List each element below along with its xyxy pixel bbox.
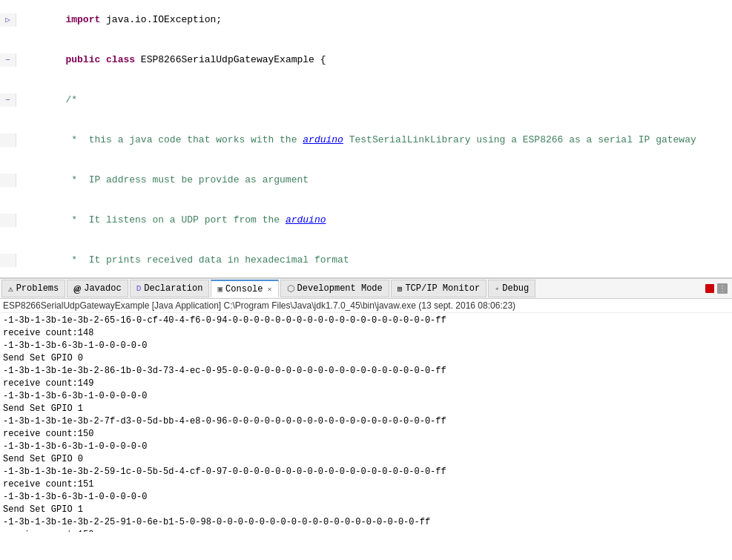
tab-tcpip-label: TCP/IP Monitor <box>405 283 480 294</box>
code-line: − public class ESP8266SerialUdpGatewayEx… <box>0 40 732 80</box>
tab-debug-label: Debug <box>502 283 529 294</box>
console-area: ESP8266SerialUdpGatewayExample [Java App… <box>0 299 732 536</box>
tab-console-label: Console <box>225 284 263 294</box>
gutter: ▷ <box>0 13 16 27</box>
tab-devmode[interactable]: ⬡ Development Mode <box>280 280 389 297</box>
line-content: * this a java code that works with the a… <box>16 120 732 160</box>
view-menu-icon[interactable]: ⋮ <box>717 283 728 294</box>
tab-javadoc[interactable]: @ Javadoc <box>67 280 128 297</box>
code-line: * It prints received data in hexadecimal… <box>0 240 732 278</box>
code-line: * It listens on a UDP port from the ardu… <box>0 200 732 240</box>
gutter <box>0 254 16 267</box>
gutter <box>0 174 16 187</box>
tab-declaration-label: Declaration <box>144 283 202 294</box>
line-content: * IP address must be provide as argument <box>16 160 732 200</box>
gutter <box>0 214 16 227</box>
console-title: ESP8266SerialUdpGatewayExample [Java App… <box>0 299 732 313</box>
code-line: * this a java code that works with the a… <box>0 120 732 160</box>
right-icons: ⋮ <box>705 283 728 294</box>
code-line: * IP address must be provide as argument <box>0 160 732 200</box>
devmode-icon: ⬡ <box>287 283 294 294</box>
code-lines: ▷ import java.io.IOException; − public c… <box>0 0 732 278</box>
gutter-collapse[interactable]: − <box>0 93 16 107</box>
stop-icon[interactable] <box>705 284 714 293</box>
line-content: * It listens on a UDP port from the ardu… <box>16 200 732 240</box>
tcpip-icon: ⊞ <box>398 284 403 294</box>
code-line: − /* <box>0 80 732 120</box>
tab-javadoc-label: Javadoc <box>84 283 121 294</box>
declaration-icon: D <box>136 284 142 293</box>
line-content: * It prints received data in hexadecimal… <box>16 240 732 278</box>
console-icon: ▣ <box>217 284 222 294</box>
expand-icon: ▷ <box>5 13 10 27</box>
tab-devmode-label: Development Mode <box>297 283 383 294</box>
tab-bar: ⚠ Problems @ Javadoc D Declaration ▣ Con… <box>0 278 732 299</box>
tab-debug[interactable]: ✦ Debug <box>488 280 535 297</box>
code-line: ▷ import java.io.IOException; <box>0 0 732 40</box>
debug-icon: ✦ <box>495 284 499 293</box>
tab-declaration[interactable]: D Declaration <box>130 280 210 297</box>
line-content: public class ESP8266SerialUdpGatewayExam… <box>16 40 732 80</box>
console-output: -1-3b-1-3b-1e-3b-2-65-16-0-cf-40-4-f6-0-… <box>0 313 732 532</box>
tab-console[interactable]: ▣ Console ✕ <box>211 280 278 297</box>
console-close-icon[interactable]: ✕ <box>268 285 272 294</box>
code-editor: ▷ import java.io.IOException; − public c… <box>0 0 732 278</box>
gutter <box>0 134 16 147</box>
tab-problems-label: Problems <box>16 283 59 294</box>
problems-icon: ⚠ <box>8 284 13 294</box>
line-content: /* <box>16 80 732 120</box>
tab-problems[interactable]: ⚠ Problems <box>1 280 65 297</box>
line-content: import java.io.IOException; <box>16 0 732 40</box>
gutter-collapse[interactable]: − <box>0 53 16 67</box>
javadoc-icon: @ <box>73 283 81 294</box>
tab-tcpip[interactable]: ⊞ TCP/IP Monitor <box>391 280 487 297</box>
